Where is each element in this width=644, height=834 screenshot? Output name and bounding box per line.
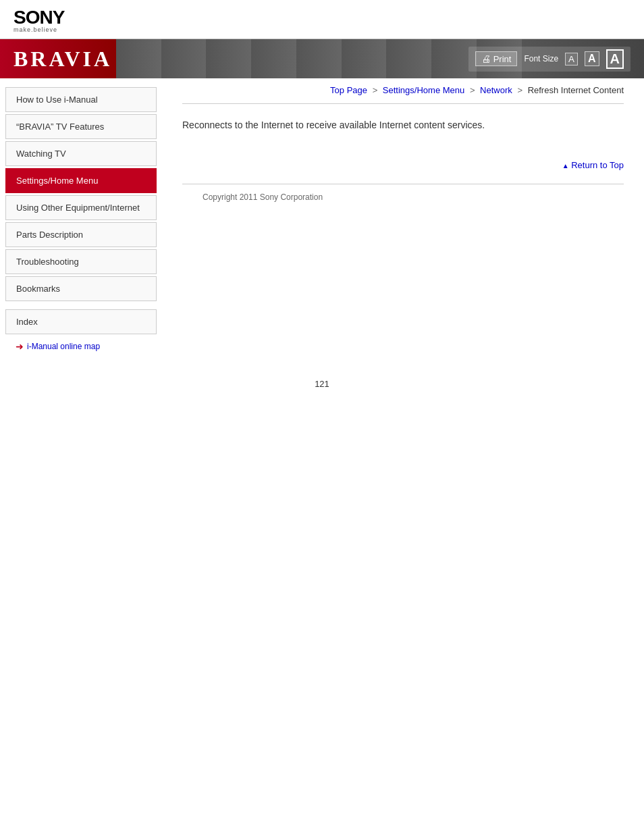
sidebar-item-index[interactable]: Index	[5, 309, 157, 334]
sidebar-item-using-other-equipment[interactable]: Using Other Equipment/Internet	[5, 195, 157, 220]
font-size-small-button[interactable]: A	[565, 53, 578, 66]
print-label: Print	[493, 54, 512, 64]
triangle-icon: ▲	[562, 162, 569, 170]
sidebar-item-bravia-features[interactable]: “BRAVIA” TV Features	[5, 114, 157, 139]
breadcrumb-settings[interactable]: Settings/Home Menu	[383, 85, 464, 95]
breadcrumb-separator-1: >	[373, 85, 380, 95]
return-to-top-label: Return to Top	[571, 160, 624, 170]
content-area: Top Page > Settings/Home Menu > Network …	[162, 78, 644, 365]
breadcrumb-separator-2: >	[470, 85, 477, 95]
copyright-text: Copyright 2011 Sony Corporation	[203, 192, 323, 202]
font-size-large-button[interactable]: A	[606, 49, 624, 69]
sony-logo: SONY make.believe	[14, 8, 630, 33]
font-size-label: Font Size	[524, 54, 558, 63]
print-button[interactable]: 🖨 Print	[475, 51, 518, 66]
sony-brand: SONY	[14, 8, 630, 27]
sidebar-item-bookmarks[interactable]: Bookmarks	[5, 276, 157, 301]
imanual-online-map-link[interactable]: ➜ i-Manual online map	[5, 337, 157, 356]
imanual-online-map-label: i-Manual online map	[27, 342, 100, 351]
page-number: 121	[0, 365, 644, 402]
breadcrumb-current: Refresh Internet Content	[528, 85, 624, 95]
sony-tagline: make.believe	[14, 27, 630, 33]
breadcrumb-top-page[interactable]: Top Page	[330, 85, 367, 95]
sidebar-item-parts-description[interactable]: Parts Description	[5, 222, 157, 247]
header: SONY make.believe	[0, 0, 644, 39]
breadcrumb-separator-3: >	[517, 85, 525, 95]
arrow-icon: ➜	[16, 341, 24, 352]
breadcrumb-network[interactable]: Network	[480, 85, 512, 95]
main-container: How to Use i-Manual “BRAVIA” TV Features…	[0, 78, 644, 365]
sidebar-item-settings-home-menu[interactable]: Settings/Home Menu	[5, 168, 157, 193]
breadcrumb: Top Page > Settings/Home Menu > Network …	[182, 78, 624, 101]
sidebar-item-watching-tv[interactable]: Watching TV	[5, 141, 157, 166]
sidebar-item-how-to-use[interactable]: How to Use i-Manual	[5, 87, 157, 112]
return-to-top-link[interactable]: ▲ Return to Top	[562, 160, 624, 170]
bravia-banner: BRAVIA 🖨 Print Font Size A A A	[0, 39, 644, 78]
bravia-title: BRAVIA	[14, 47, 112, 72]
sidebar: How to Use i-Manual “BRAVIA” TV Features…	[0, 78, 162, 365]
body-text: Reconnects to the Internet to receive av…	[182, 118, 624, 132]
footer: Copyright 2011 Sony Corporation	[182, 184, 624, 210]
sidebar-item-troubleshooting[interactable]: Troubleshooting	[5, 249, 157, 274]
print-icon: 🖨	[481, 53, 491, 64]
return-to-top-row: ▲ Return to Top	[182, 146, 624, 177]
banner-controls: 🖨 Print Font Size A A A	[468, 47, 630, 72]
font-size-medium-button[interactable]: A	[585, 51, 599, 66]
content-body: Reconnects to the Internet to receive av…	[182, 118, 624, 146]
content-divider	[182, 103, 624, 104]
